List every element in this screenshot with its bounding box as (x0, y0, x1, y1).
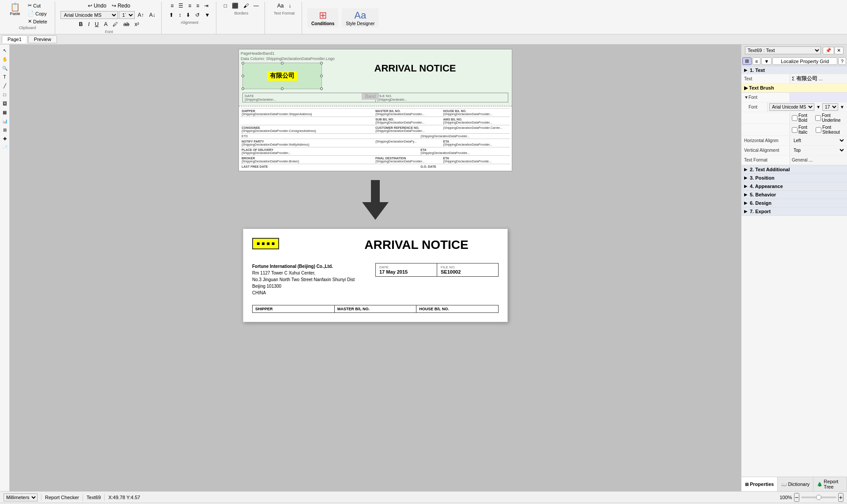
copy-button[interactable]: 📄 Copy (26, 10, 49, 17)
report-checker[interactable]: Report Checker (45, 495, 79, 500)
section-design-header[interactable]: ▶ 6. Design (741, 199, 847, 207)
font-bold-check[interactable]: Font Bold (792, 113, 813, 123)
border-color-btn[interactable]: 🖌 (241, 2, 251, 10)
font-underline-check[interactable]: Font Underline (815, 113, 845, 123)
rotate-button[interactable]: ↺ (193, 11, 202, 19)
panel-tab-properties[interactable]: ⊞ Properties (741, 477, 778, 491)
handle-tr[interactable] (320, 62, 323, 64)
border-style-btn[interactable]: — (251, 2, 261, 10)
handle-tm[interactable] (281, 62, 284, 64)
handle-bm[interactable] (281, 87, 284, 90)
font-name-select[interactable]: Arial Unicode MS (60, 11, 118, 19)
panel-tool-grid[interactable]: ⊞ (742, 57, 752, 65)
panel-close-button[interactable]: ✕ (834, 47, 843, 54)
font-size-select-small[interactable]: 17 (822, 103, 838, 111)
line-tool[interactable]: ╱ (1, 82, 9, 90)
font-name-select-small[interactable]: Arial Unicode MS (769, 103, 814, 111)
panel-pin-button[interactable]: 📌 (823, 47, 834, 54)
barcode-tool[interactable]: ▦ (1, 108, 9, 116)
font-size-dropdown[interactable]: ▼ (839, 105, 845, 109)
redo-button[interactable]: ↪ Redo (110, 2, 132, 10)
text-brush-row[interactable]: ▶ Text Brush (741, 84, 847, 93)
font-bold-checkbox[interactable] (792, 115, 798, 121)
v-align-select[interactable]: Top (792, 147, 845, 153)
tab-page1[interactable]: Page1 (2, 35, 27, 43)
underline-button[interactable]: U (93, 20, 101, 28)
font-italic-checkbox[interactable] (792, 127, 798, 133)
hand-tool[interactable]: ✋ (1, 55, 9, 63)
section-text-additional-header[interactable]: ▶ 2. Text Additional (741, 165, 847, 173)
subreport-tool[interactable]: 📄 (1, 143, 9, 151)
align-justify-button[interactable]: ≡ (194, 2, 201, 10)
font-name-dropdown[interactable]: ▼ (815, 105, 821, 109)
handle-tl[interactable] (242, 62, 244, 64)
handle-ml[interactable] (242, 75, 244, 77)
cut-button[interactable]: ✂ Cut (26, 2, 49, 9)
align-right-button[interactable]: ≡ (186, 2, 193, 10)
canvas-wrapper[interactable]: PageHeaderBand1 Data Column: ShippingDec… (10, 45, 741, 491)
font-size-select[interactable]: 17 (119, 11, 135, 19)
increase-font-button[interactable]: A↑ (136, 11, 146, 19)
prop-value-chinese[interactable]: 有限公司 (796, 75, 817, 83)
delete-button[interactable]: ✕ Delete (26, 18, 49, 25)
valign-top-button[interactable]: ⬆ (167, 11, 176, 19)
text-tool[interactable]: T (1, 73, 9, 81)
logo-text[interactable]: 有限公司 (267, 71, 297, 81)
font-color-button[interactable]: A (102, 20, 110, 28)
valign-bot-button[interactable]: ⬇ (184, 11, 193, 19)
section-position-header[interactable]: ▶ 3. Position (741, 174, 847, 182)
zoom-thumb[interactable] (816, 495, 821, 500)
decrease-font-button[interactable]: A↓ (147, 11, 158, 19)
panel-tool-help[interactable]: ? (838, 57, 846, 65)
table-tool[interactable]: ⊞ (1, 126, 9, 134)
paste-button[interactable]: 📋 Paste (5, 2, 25, 24)
panel-tool-filter[interactable]: ▼ (761, 57, 771, 65)
zoom-tool[interactable]: 🔍 (1, 64, 9, 72)
strikeout-button[interactable]: ab (121, 20, 131, 28)
section-appearance-header[interactable]: ▶ 4. Appearance (741, 182, 847, 190)
highlight-button[interactable]: 🖊 (110, 20, 120, 28)
text-format-btn2[interactable]: ↓ (286, 2, 293, 10)
italic-button[interactable]: I (86, 20, 91, 28)
font-strikeout-check[interactable]: Font Strikeout (816, 125, 845, 135)
font-strikeout-checkbox[interactable] (816, 127, 821, 133)
panel-title-select[interactable]: Text69 : Text (745, 46, 821, 54)
panel-scroll[interactable]: ▶ 1. Text Text Σ 有限公司 … ▶ Text Brush (741, 66, 847, 477)
more-align-button[interactable]: ▼ (202, 11, 212, 19)
border-btn2[interactable]: ⬛ (230, 2, 241, 10)
handle-br[interactable] (320, 87, 323, 90)
panel-tab-report-tree[interactable]: 🌲 Report Tree (813, 477, 847, 491)
units-select[interactable]: Millimeters (4, 493, 38, 501)
font-italic-check[interactable]: Font Italic (792, 125, 814, 135)
conditions-button[interactable]: ⊞ Conditions (307, 8, 338, 27)
localize-button[interactable]: Localize Property Grid (772, 57, 837, 65)
section-behavior-header[interactable]: ▶ 5. Behavior (741, 191, 847, 199)
panel-tool-list[interactable]: ≡ (752, 57, 760, 65)
logo-area[interactable]: 有限公司 (242, 63, 322, 89)
align-center-button[interactable]: ☰ (176, 2, 185, 10)
section-text-header[interactable]: ▶ 1. Text (741, 66, 847, 74)
valign-mid-button[interactable]: ↕ (176, 11, 183, 19)
text-format-btn1[interactable]: Aa (275, 2, 286, 10)
align-left-button[interactable]: ≡ (168, 2, 176, 10)
undo-button[interactable]: ↩ Undo (86, 2, 109, 10)
section-export-header[interactable]: ▶ 7. Export (741, 207, 847, 215)
handle-bl[interactable] (242, 87, 244, 90)
cross-tool[interactable]: ✚ (1, 135, 9, 143)
select-tool[interactable]: ↖ (1, 46, 9, 54)
tab-preview[interactable]: Preview (28, 35, 57, 43)
chart-tool[interactable]: 📊 (1, 117, 9, 125)
image-tool[interactable]: 🖼 (1, 99, 9, 107)
zoom-slider[interactable] (801, 496, 836, 498)
handle-mr[interactable] (320, 75, 323, 77)
bold-button[interactable]: B (77, 20, 85, 28)
panel-tab-dictionary[interactable]: 📖 Dictionary (778, 477, 813, 491)
h-align-select[interactable]: Left (792, 138, 845, 143)
style-designer-button[interactable]: Aa Style Designer (342, 8, 378, 27)
border-btn1[interactable]: □ (222, 2, 229, 10)
indent-button[interactable]: ⇥ (202, 2, 211, 10)
prop-expand-btn[interactable]: … (817, 76, 824, 81)
zoom-plus-button[interactable]: + (838, 493, 843, 502)
rect-tool[interactable]: □ (1, 90, 9, 98)
zoom-minus-button[interactable]: − (794, 493, 799, 502)
